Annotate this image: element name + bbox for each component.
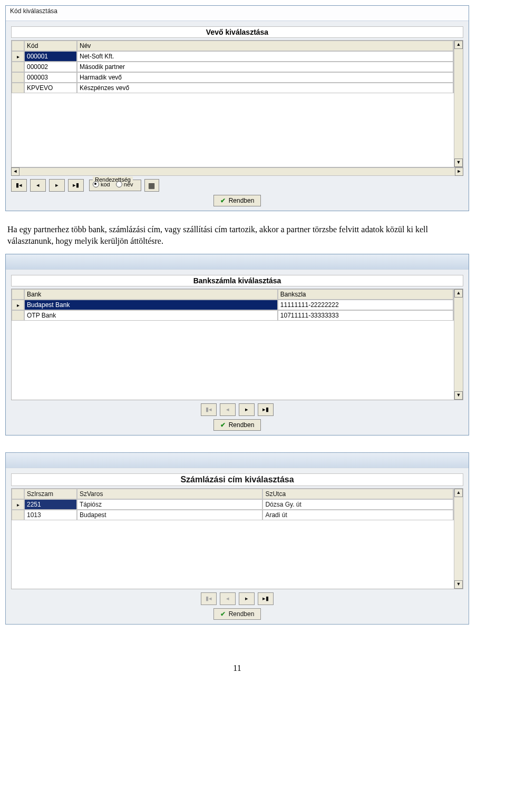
nav-first-button[interactable]: ▮◂ <box>201 403 217 416</box>
window-title: Kód kiválasztása <box>10 7 57 15</box>
scroll-up-icon[interactable]: ▲ <box>454 41 463 49</box>
col-bank[interactable]: Bank <box>24 289 278 300</box>
grid-customers[interactable]: Kód Név ▸ 000001 Net-Soft Kft. 000002 Má… <box>11 40 463 167</box>
table-row[interactable]: 1013 Budapest Aradi út <box>12 510 463 520</box>
scroll-up-icon[interactable]: ▲ <box>454 489 463 497</box>
scroll-down-icon[interactable]: ▼ <box>454 391 463 400</box>
dialog-title: Számlázási cím kiválasztása <box>11 473 463 486</box>
nav-prev-button[interactable]: ◂ <box>30 179 46 192</box>
radio-dot-icon <box>116 181 122 187</box>
grid-empty-area <box>12 321 463 400</box>
cell-kod[interactable]: 000001 <box>24 51 77 62</box>
scroll-down-icon[interactable]: ▼ <box>454 580 463 589</box>
col-irszam[interactable]: SzIrszam <box>24 489 77 499</box>
col-varos[interactable]: SzVaros <box>77 489 262 499</box>
ok-label: Rendben <box>229 197 255 204</box>
col-kod[interactable]: Kód <box>24 41 77 51</box>
table-row[interactable]: 000002 Második partner <box>12 62 463 72</box>
vertical-scrollbar[interactable]: ▲ ▼ <box>454 489 463 589</box>
radio-dot-icon <box>93 181 99 187</box>
table-row[interactable]: 000003 Harmadik vevő <box>12 72 463 83</box>
cell-bank[interactable]: Budapest Bank <box>24 300 278 310</box>
nav-prev-button[interactable]: ◂ <box>220 403 236 416</box>
cell-nev[interactable]: Második partner <box>77 62 453 72</box>
ok-button[interactable]: ✔ Rendben <box>213 195 261 206</box>
col-nev[interactable]: Név <box>77 41 453 51</box>
row-indicator-icon: ▸ <box>12 499 24 510</box>
window-titlebar[interactable] <box>6 254 469 270</box>
body-paragraph: Ha egy partnerhez több bank, számlázási … <box>7 224 467 246</box>
sort-legend: Rendezettség <box>93 176 133 183</box>
table-row[interactable]: ▸ 2251 Tápiósz Dózsa Gy. út <box>12 499 463 510</box>
cell-bank[interactable]: OTP Bank <box>24 310 278 321</box>
cell-bankszla[interactable]: 10711111-33333333 <box>278 310 453 321</box>
dialog-billing-address-select: Számlázási cím kiválasztása SzIrszam SzV… <box>5 452 469 625</box>
dialog-bank-select: Bankszámla kiválasztása Bank Bankszla ▸ … <box>5 254 469 435</box>
window-titlebar[interactable]: Kód kiválasztása <box>6 6 469 21</box>
cell-varos[interactable]: Tápiósz <box>77 499 262 510</box>
check-icon: ✔ <box>220 421 226 429</box>
cell-kod[interactable]: 000002 <box>24 62 77 72</box>
cell-nev[interactable]: Net-Soft Kft. <box>77 51 453 62</box>
ok-button[interactable]: ✔ Rendben <box>213 608 261 620</box>
nav-next-button[interactable]: ▸ <box>49 179 65 192</box>
scroll-right-icon[interactable]: ► <box>455 167 463 176</box>
cell-varos[interactable]: Budapest <box>77 510 262 520</box>
cell-utca[interactable]: Dózsa Gy. út <box>262 499 453 510</box>
page-number: 11 <box>5 664 469 673</box>
cell-bankszla[interactable]: 11111111-22222222 <box>278 300 453 310</box>
dialog-customer-select: Kód kiválasztása Vevő kiválasztása Kód N… <box>5 5 469 211</box>
vertical-scrollbar[interactable]: ▲ ▼ <box>454 289 463 400</box>
nav-next-button[interactable]: ▸ <box>239 403 255 416</box>
table-row[interactable]: KPVEVO Készpénzes vevő <box>12 83 463 93</box>
table-row[interactable]: ▸ 000001 Net-Soft Kft. <box>12 51 463 62</box>
col-bankszla[interactable]: Bankszla <box>278 289 453 300</box>
cell-nev[interactable]: Harmadik vevő <box>77 72 453 83</box>
cell-irszam[interactable]: 1013 <box>24 510 77 520</box>
nav-first-button[interactable]: ▮◂ <box>11 179 27 192</box>
ok-label: Rendben <box>229 610 255 618</box>
check-icon: ✔ <box>220 610 226 618</box>
cell-irszam[interactable]: 2251 <box>24 499 77 510</box>
nav-last-button[interactable]: ▸▮ <box>258 592 274 605</box>
window-titlebar[interactable] <box>6 453 469 468</box>
dialog-title: Bankszámla kiválasztása <box>11 275 463 286</box>
grid-addresses[interactable]: SzIrszam SzVaros SzUtca ▸ 2251 Tápiósz D… <box>11 488 463 589</box>
cell-kod[interactable]: KPVEVO <box>24 83 77 93</box>
cell-utca[interactable]: Aradi út <box>262 510 453 520</box>
nav-last-button[interactable]: ▸▮ <box>258 403 274 416</box>
scroll-left-icon[interactable]: ◄ <box>11 167 20 176</box>
vertical-scrollbar[interactable]: ▲ ▼ <box>454 41 463 167</box>
sort-groupbox: Rendezettség kód név <box>89 180 141 191</box>
ok-label: Rendben <box>229 421 255 429</box>
scroll-up-icon[interactable]: ▲ <box>454 289 463 298</box>
grid-indicator-header <box>12 41 24 51</box>
grid-empty-area <box>12 520 463 589</box>
cell-kod[interactable]: 000003 <box>24 72 77 83</box>
nav-next-button[interactable]: ▸ <box>239 592 255 605</box>
table-row[interactable]: OTP Bank 10711111-33333333 <box>12 310 463 321</box>
scroll-down-icon[interactable]: ▼ <box>454 159 463 167</box>
col-utca[interactable]: SzUtca <box>262 489 453 499</box>
check-icon: ✔ <box>220 197 226 204</box>
nav-last-button[interactable]: ▸▮ <box>68 179 84 192</box>
row-indicator-icon: ▸ <box>12 300 24 310</box>
horizontal-scrollbar[interactable]: ◄ ► <box>11 167 463 176</box>
grid-banks[interactable]: Bank Bankszla ▸ Budapest Bank 11111111-2… <box>11 289 463 400</box>
nav-prev-button[interactable]: ◂ <box>220 592 236 605</box>
dialog-title: Vevő kiválasztása <box>11 26 463 38</box>
grid-empty-area <box>12 93 463 167</box>
table-row[interactable]: ▸ Budapest Bank 11111111-22222222 <box>12 300 463 310</box>
row-indicator-icon: ▸ <box>12 51 24 62</box>
grid-view-icon[interactable]: ▦ <box>144 179 159 192</box>
ok-button[interactable]: ✔ Rendben <box>213 419 261 431</box>
nav-first-button[interactable]: ▮◂ <box>201 592 217 605</box>
cell-nev[interactable]: Készpénzes vevő <box>77 83 453 93</box>
